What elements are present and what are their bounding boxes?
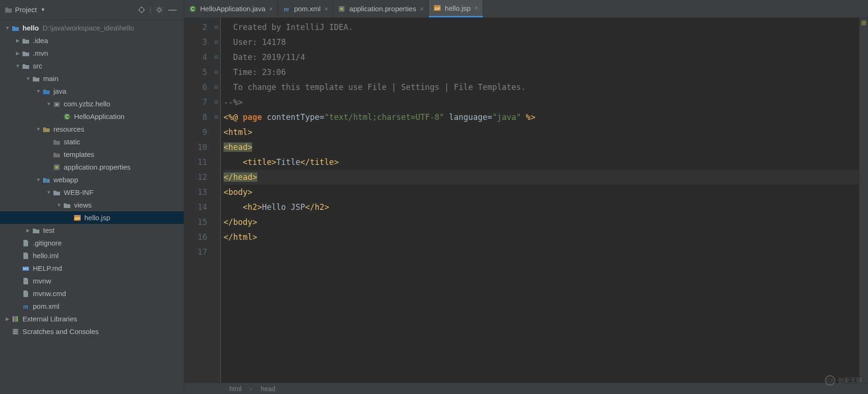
fold-mark[interactable]: ⊟ [212, 35, 220, 50]
tree-item-templates[interactable]: templates [0, 148, 184, 161]
code-line[interactable]: <title>Title</title> [224, 155, 860, 170]
settings-button[interactable] [153, 3, 166, 16]
tree-item-main[interactable]: ▼main [0, 72, 184, 85]
fold-mark[interactable]: ⊟ [212, 95, 220, 110]
code-line[interactable]: </head> [224, 170, 860, 185]
tree-item-views[interactable]: ▼views [0, 199, 184, 211]
fold-mark[interactable]: ⊟ [212, 20, 220, 35]
code-line[interactable]: <html> [224, 125, 860, 140]
tree-arrow-icon[interactable]: ▶ [14, 51, 22, 56]
tree-item-webapp[interactable]: ▼webapp [0, 173, 184, 186]
code-line[interactable]: <body> [224, 185, 860, 200]
tree-arrow-icon[interactable]: ▼ [45, 190, 52, 195]
tree-arrow-icon[interactable]: ▼ [35, 126, 42, 132]
line-number[interactable]: 6 [184, 80, 207, 95]
code-line[interactable]: <head> [224, 140, 860, 155]
code-line[interactable]: To change this template use File | Setti… [224, 80, 860, 95]
line-number[interactable]: 3 [184, 35, 207, 50]
tree-item-helloapplication[interactable]: CHelloApplication [0, 110, 184, 123]
tree-item-label: hello.iml [33, 252, 59, 260]
close-icon[interactable]: × [474, 4, 478, 12]
fold-mark[interactable]: ⊟ [212, 80, 220, 95]
code-editor[interactable]: Created by IntelliJ IDEA. User: 14178 Da… [221, 18, 860, 383]
tree-item-mvnw[interactable]: mvnw [0, 275, 184, 287]
tree-arrow-icon[interactable]: ▶ [4, 316, 11, 321]
tree-item-pom-xml[interactable]: mpom.xml [0, 300, 184, 312]
line-number[interactable]: 16 [184, 230, 207, 245]
line-number[interactable]: 5 [184, 65, 207, 80]
fold-mark[interactable]: ⊟ [212, 110, 220, 125]
line-number[interactable]: 2 [184, 20, 207, 35]
code-line[interactable]: User: 14178 [224, 35, 860, 50]
tree-item-application-properties[interactable]: application.properties [0, 161, 184, 173]
tree-arrow-icon[interactable]: ▼ [14, 63, 22, 68]
line-number[interactable]: 4 [184, 50, 207, 65]
fold-column[interactable]: ⊟⊟⊟⊟⊟⊟⊟ [212, 18, 221, 383]
code-line[interactable]: Date: 2019/11/4 [224, 50, 860, 65]
close-icon[interactable]: × [324, 5, 328, 13]
code-line[interactable]: <h2>Hello JSP</h2> [224, 200, 860, 215]
tree-item--mvn[interactable]: ▶.mvn [0, 47, 184, 59]
line-number[interactable]: 9 [184, 125, 207, 140]
close-icon[interactable]: × [269, 5, 273, 13]
line-number[interactable]: 13 [184, 185, 207, 200]
code-line[interactable] [224, 245, 860, 260]
tree-item--idea[interactable]: ▶.idea [0, 34, 184, 47]
tab-helloapplication-java[interactable]: CHelloApplication.java× [184, 0, 278, 17]
error-stripe[interactable] [860, 18, 868, 383]
tree-item-static[interactable]: static [0, 135, 184, 148]
line-number[interactable]: 15 [184, 215, 207, 230]
tab-hello-jsp[interactable]: JSPhello.jsp× [429, 0, 483, 17]
line-number[interactable]: 8 [184, 110, 207, 125]
tree-item-test[interactable]: ▶test [0, 224, 184, 237]
project-tree[interactable]: ▼helloD:\java\workspace_idea\hello▶.idea… [0, 20, 184, 394]
line-number[interactable]: 14 [184, 200, 207, 215]
line-number[interactable]: 11 [184, 155, 207, 170]
tree-arrow-icon[interactable]: ▼ [24, 76, 32, 81]
tree-item-external-libraries[interactable]: ▶External Libraries [0, 312, 184, 325]
tree-arrow-icon[interactable]: ▼ [4, 25, 11, 30]
fold-mark[interactable]: ⊟ [212, 50, 220, 65]
fold-mark[interactable]: ⊟ [212, 65, 220, 80]
code-line[interactable]: </body> [224, 215, 860, 230]
tree-item-com-yzbz-hello[interactable]: ▼com.yzbz.hello [0, 97, 184, 110]
tree-item-scratches-and-consoles[interactable]: Scratches and Consoles [0, 325, 184, 338]
tree-arrow-icon[interactable]: ▶ [24, 228, 32, 233]
code-line[interactable]: <%@ page contentType="text/html;charset=… [224, 110, 860, 125]
tree-item-hello-jsp[interactable]: JSPhello.jsp [0, 211, 184, 224]
tree-item--gitignore[interactable]: .gitignore [0, 237, 184, 249]
tree-arrow-icon[interactable]: ▼ [35, 89, 42, 94]
tree-arrow-icon[interactable]: ▼ [55, 202, 63, 208]
tree-item-hello[interactable]: ▼helloD:\java\workspace_idea\hello [0, 22, 184, 34]
line-number[interactable]: 17 [184, 245, 207, 260]
tab-application-properties[interactable]: application.properties× [333, 0, 429, 17]
tree-arrow-icon[interactable]: ▶ [14, 38, 22, 43]
code-line[interactable]: Created by IntelliJ IDEA. [224, 20, 860, 35]
project-selector[interactable]: Project ▼ [5, 6, 45, 14]
breadcrumb-item[interactable]: head [261, 385, 275, 393]
line-number[interactable]: 7 [184, 95, 207, 110]
close-icon[interactable]: × [420, 5, 424, 13]
code-line[interactable]: </html> [224, 230, 860, 245]
line-number[interactable]: 10 [184, 140, 207, 155]
svg-text:m: m [23, 303, 29, 310]
tree-item-hello-iml[interactable]: hello.iml [0, 249, 184, 262]
breadcrumb-item[interactable]: html [229, 385, 241, 393]
tree-item-src[interactable]: ▼src [0, 59, 184, 72]
locate-button[interactable] [135, 3, 148, 16]
tree-item-resources[interactable]: ▼resources [0, 123, 184, 135]
code-line[interactable]: Time: 23:06 [224, 65, 860, 80]
collapse-button[interactable]: — [166, 3, 179, 16]
tree-item-web-inf[interactable]: ▼WEB-INF [0, 186, 184, 199]
tree-item-mvnw-cmd[interactable]: mvnw.cmd [0, 287, 184, 300]
tree-arrow-icon[interactable]: ▼ [45, 101, 52, 106]
line-number-gutter[interactable]: 234567891011121314151617 [184, 18, 212, 383]
tree-item-help-md[interactable]: MDHELP.md [0, 262, 184, 275]
tree-item-label: webapp [53, 176, 78, 184]
line-number[interactable]: 12 [184, 170, 207, 185]
breadcrumb-bar[interactable]: html › head [184, 383, 868, 394]
tree-arrow-icon[interactable]: ▼ [35, 177, 42, 182]
tree-item-java[interactable]: ▼java [0, 85, 184, 97]
code-line[interactable]: --%> [224, 95, 860, 110]
tab-pom-xml[interactable]: mpom.xml× [278, 0, 333, 17]
